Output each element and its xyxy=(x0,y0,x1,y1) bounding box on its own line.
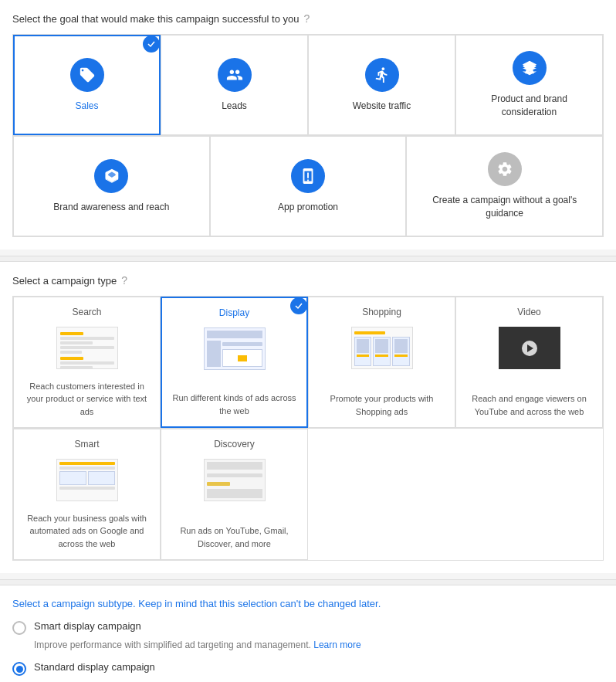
smart-type-desc: Reach your business goals with automated… xyxy=(23,512,151,551)
selected-check-display xyxy=(290,297,307,314)
goal-help-icon[interactable]: ? xyxy=(303,12,310,25)
radio-option-smart-display[interactable]: Smart display campaign xyxy=(12,620,604,635)
brand-awareness-label: Brand awareness and reach xyxy=(53,201,169,214)
product-brand-label: Product and brand consideration xyxy=(465,93,593,119)
discovery-type-label: Discovery xyxy=(214,439,255,450)
campaign-subtype-title: Select a campaign subtype. Keep in mind … xyxy=(12,598,604,609)
type-grid-spacer xyxy=(308,429,603,560)
campaign-subtype-section: Select a campaign subtype. Keep in mind … xyxy=(0,585,616,682)
goal-card-leads[interactable]: Leads xyxy=(161,35,308,135)
selected-check-sales xyxy=(143,36,160,53)
campaign-type-title: Select a campaign type ? xyxy=(12,274,604,287)
radio-group-smart-display: Smart display campaign Improve performan… xyxy=(12,620,604,652)
video-type-label: Video xyxy=(517,307,540,317)
sales-icon-circle xyxy=(70,58,104,92)
search-type-desc: Reach customers interested in your produ… xyxy=(23,380,151,419)
type-card-smart[interactable]: Smart Reach your business goals with aut… xyxy=(13,429,161,560)
type-card-search[interactable]: Search Reach customers interested in you… xyxy=(13,297,161,428)
type-card-display[interactable]: Display Run different kinds of ads acros… xyxy=(161,297,308,428)
smart-display-desc: Improve performance with simplified ad t… xyxy=(34,638,604,652)
goal-section-title: Select the goal that would make this cam… xyxy=(12,12,604,25)
radio-group-standard-display: Standard display campaign Pick your sett… xyxy=(12,661,604,682)
brand-awareness-icon-circle xyxy=(94,159,128,193)
goal-card-sales[interactable]: Sales xyxy=(13,35,161,135)
smart-type-label: Smart xyxy=(74,439,99,450)
website-traffic-icon-circle xyxy=(365,58,399,92)
app-promotion-icon-circle xyxy=(291,159,325,193)
search-mock xyxy=(56,327,118,369)
search-type-label: Search xyxy=(72,307,101,317)
display-type-label: Display xyxy=(219,307,249,318)
discovery-mock xyxy=(204,459,266,501)
play-button-icon xyxy=(522,341,537,356)
radio-btn-smart-display[interactable] xyxy=(12,621,26,635)
no-goal-icon-circle xyxy=(488,152,522,186)
radio-option-standard-display[interactable]: Standard display campaign xyxy=(12,661,604,676)
campaign-type-help-icon[interactable]: ? xyxy=(121,274,127,287)
campaign-type-grid-row1: Search Reach customers interested in you… xyxy=(12,296,604,429)
goal-card-product-brand[interactable]: Product and brand consideration xyxy=(455,35,603,135)
display-mock xyxy=(204,327,266,370)
app-promotion-label: App promotion xyxy=(278,201,338,214)
section-separator-1 xyxy=(0,256,616,262)
campaign-type-section: Select a campaign type ? Search Reach cu… xyxy=(0,262,616,573)
standard-display-desc: Pick your settings and targeting, and ha… xyxy=(34,679,604,682)
section-separator-2 xyxy=(0,579,616,585)
goal-card-app-promotion[interactable]: App promotion xyxy=(210,136,407,236)
product-brand-icon-circle xyxy=(513,51,547,85)
leads-label: Leads xyxy=(222,100,247,113)
goal-grid-row2: Brand awareness and reach App promotion … xyxy=(12,136,604,237)
type-card-video[interactable]: Video Reach and engage viewers on YouTub… xyxy=(455,297,603,428)
display-type-desc: Run different kinds of ads across the we… xyxy=(171,392,297,417)
leads-icon-circle xyxy=(218,58,252,92)
shopping-mock xyxy=(351,327,413,369)
website-traffic-label: Website traffic xyxy=(353,100,411,113)
smart-display-label: Smart display campaign xyxy=(34,620,141,632)
standard-display-label: Standard display campaign xyxy=(34,661,155,673)
goal-card-brand-awareness[interactable]: Brand awareness and reach xyxy=(13,136,210,236)
sales-label: Sales xyxy=(75,100,98,113)
goal-card-no-goal[interactable]: Create a campaign without a goal's guida… xyxy=(406,136,603,236)
shopping-type-desc: Promote your products with Shopping ads xyxy=(318,392,445,418)
type-card-shopping[interactable]: Shopping xyxy=(308,297,455,428)
goal-card-website-traffic[interactable]: Website traffic xyxy=(308,35,455,135)
goal-grid-row1: Sales Leads Website traffic Product and … xyxy=(12,34,604,136)
video-mock xyxy=(499,327,560,369)
discovery-type-desc: Run ads on YouTube, Gmail, Discover, and… xyxy=(171,524,298,550)
campaign-type-grid-row2: Smart Reach your business goals with aut… xyxy=(12,429,604,561)
type-card-discovery[interactable]: Discovery Run ads on YouTube, Gmail, Dis… xyxy=(161,429,308,560)
shopping-type-label: Shopping xyxy=(362,307,401,317)
smart-display-learn-more[interactable]: Learn more xyxy=(313,640,360,650)
goal-section: Select the goal that would make this cam… xyxy=(0,0,616,249)
no-goal-label: Create a campaign without a goal's guida… xyxy=(416,194,593,220)
radio-btn-standard-display[interactable] xyxy=(12,662,26,676)
video-type-desc: Reach and engage viewers on YouTube and … xyxy=(465,392,593,418)
smart-mock xyxy=(56,459,118,501)
